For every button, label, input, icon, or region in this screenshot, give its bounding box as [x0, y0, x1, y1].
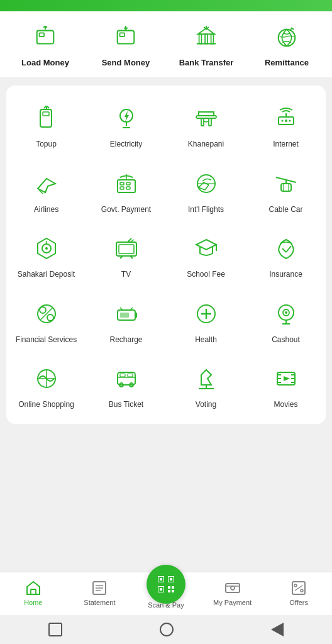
load-money-icon: [29, 21, 62, 54]
svg-point-55: [40, 307, 46, 313]
service-recharge[interactable]: Recharge: [86, 287, 166, 353]
topup-icon: [30, 102, 63, 135]
movies-icon: [270, 362, 302, 395]
service-tv[interactable]: TV: [86, 222, 166, 287]
service-health[interactable]: Health: [166, 287, 246, 353]
svg-rect-109: [172, 590, 174, 592]
svg-point-25: [281, 120, 283, 122]
bus-ticket-icon: [110, 362, 143, 395]
svg-point-56: [47, 314, 53, 321]
svg-rect-108: [168, 590, 170, 592]
android-home-btn[interactable]: [160, 623, 174, 636]
svg-rect-29: [118, 180, 135, 192]
svg-rect-38: [281, 184, 291, 191]
bottom-nav: Home Statement: [0, 572, 332, 615]
svg-rect-92: [31, 589, 36, 594]
svg-rect-105: [160, 588, 162, 591]
service-govt-payment[interactable]: Govt. Payment: [86, 157, 166, 223]
svg-rect-7: [199, 34, 202, 43]
android-system-bar: [0, 615, 332, 644]
sahakari-deposit-icon: [30, 232, 63, 265]
quick-action-send-money[interactable]: Send Money: [86, 21, 166, 67]
android-back-btn[interactable]: [271, 623, 284, 636]
service-online-shopping[interactable]: Online Shopping: [6, 352, 86, 418]
online-shopping-icon: [30, 362, 63, 395]
service-cashout[interactable]: Cashout: [246, 287, 326, 353]
service-khanepani[interactable]: Khanepani: [166, 92, 246, 157]
svg-rect-8: [205, 34, 208, 43]
svg-rect-15: [43, 112, 49, 116]
recharge-icon: [110, 297, 143, 330]
svg-point-24: [285, 119, 287, 122]
service-bus-ticket[interactable]: Bus Ticket: [86, 352, 166, 418]
remittance-icon: [270, 21, 303, 54]
svg-point-12: [279, 30, 296, 47]
tv-icon: [110, 232, 143, 265]
status-bar: [0, 0, 332, 11]
quick-action-load-money[interactable]: Load Money: [5, 21, 86, 67]
quick-action-remittance[interactable]: Remittance: [246, 21, 327, 67]
svg-line-27: [45, 186, 48, 192]
services-container: Topup Electricity: [6, 86, 326, 424]
scan-pay-circle: [147, 565, 185, 604]
svg-rect-4: [120, 33, 125, 36]
school-fee-icon: [190, 232, 223, 265]
svg-rect-99: [160, 578, 162, 580]
svg-rect-32: [126, 182, 130, 185]
service-topup[interactable]: Topup: [6, 92, 86, 157]
svg-rect-107: [172, 586, 174, 589]
svg-point-111: [231, 586, 235, 590]
svg-rect-31: [120, 187, 124, 189]
cashout-icon: [270, 297, 302, 330]
service-intl-flights[interactable]: Int'l Flights: [166, 157, 246, 223]
nav-my-payment[interactable]: My Payment: [199, 579, 266, 606]
nav-scan-pay[interactable]: Scan & Pay: [133, 576, 199, 609]
quick-action-bank-transfer[interactable]: Bank Transfer: [166, 21, 246, 67]
nav-offers[interactable]: Offers: [265, 579, 332, 606]
internet-icon: [270, 102, 302, 135]
govt-payment-icon: [110, 167, 143, 200]
bank-transfer-icon: [190, 21, 223, 54]
android-recent-btn[interactable]: [48, 623, 62, 636]
quick-actions-bar: Load Money Send Money Bank: [0, 11, 332, 78]
service-insurance[interactable]: Insurance: [246, 222, 326, 287]
svg-rect-59: [135, 313, 137, 318]
svg-line-52: [282, 248, 286, 252]
nav-statement[interactable]: Statement: [67, 579, 133, 606]
services-grid: Topup Electricity: [6, 92, 326, 418]
service-financial-services[interactable]: Financial Services: [6, 287, 86, 353]
svg-rect-20: [201, 118, 204, 126]
svg-rect-1: [40, 33, 45, 36]
svg-rect-80: [120, 374, 125, 377]
svg-rect-19: [196, 116, 216, 118]
svg-point-44: [45, 247, 48, 250]
service-school-fee[interactable]: School Fee: [166, 222, 246, 287]
svg-rect-110: [226, 584, 240, 592]
svg-marker-85: [284, 376, 290, 381]
khanepani-icon: [190, 102, 223, 135]
svg-rect-50: [119, 245, 134, 253]
nav-home[interactable]: Home: [0, 579, 67, 606]
svg-rect-33: [126, 187, 130, 189]
svg-rect-106: [168, 586, 170, 589]
service-electricity[interactable]: Electricity: [86, 92, 166, 157]
service-movies[interactable]: Movies: [246, 352, 326, 418]
svg-line-53: [286, 246, 291, 252]
service-airlines[interactable]: Airlines: [6, 157, 86, 223]
intl-flights-icon: [190, 167, 223, 200]
cable-car-icon: [270, 167, 302, 200]
electricity-icon: [110, 102, 143, 135]
svg-rect-9: [211, 34, 214, 43]
service-cable-car[interactable]: Cable Car: [246, 157, 326, 223]
svg-point-26: [289, 120, 290, 122]
voting-icon: [190, 362, 223, 395]
health-icon: [190, 297, 223, 330]
svg-point-116: [301, 589, 303, 592]
service-internet[interactable]: Internet: [246, 92, 326, 157]
svg-rect-102: [170, 578, 172, 580]
svg-point-115: [294, 584, 297, 587]
financial-services-icon: [30, 297, 63, 330]
service-sahakari-deposit[interactable]: Sahakari Deposit: [6, 222, 86, 287]
svg-rect-60: [120, 313, 129, 318]
service-voting[interactable]: Voting: [166, 352, 246, 418]
